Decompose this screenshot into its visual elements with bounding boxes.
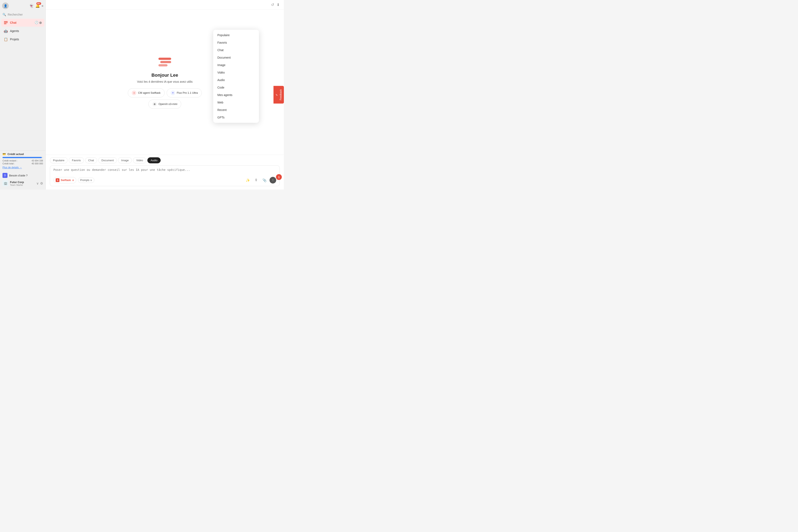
ai-btn-openai[interactable]: ⊕ OpenAI o3-mini [148,99,181,109]
openai-icon: ⊕ [152,102,157,107]
dropdown-item-vidéo[interactable]: Vidéo [213,69,259,76]
ai-btn-flux[interactable]: ✦ Flux Pro 1.1 Ultra [167,88,202,97]
chat-area: Bonjour Lee Voici les 4 dernières IA que… [46,10,284,155]
openai-label: OpenAI o3-mini [158,102,177,106]
credit-label: Crédit actuel [7,153,24,156]
dropdown-item-chat[interactable]: Chat [213,46,259,54]
tab-document[interactable]: Document [98,157,117,163]
model-label: Swiftask [61,179,71,182]
company-row[interactable]: 🏢 Futur Corp Team Starter ∨ ⚙ [2,179,43,187]
dropdown-item-mes-agents[interactable]: Mes agents [213,91,259,99]
history-icon[interactable]: 🕐 [35,21,38,25]
credit-total-value: 45 000 000 [32,162,43,165]
mic-button[interactable]: 🎙 [253,177,260,184]
credit-title: 💳 Crédit actuel [2,153,43,156]
logo-icon [157,56,172,69]
avatar[interactable]: 👤 [2,2,9,9]
send-button[interactable]: ↑ [269,177,276,184]
credit-bar-bg [2,157,43,158]
dropdown-item-recent[interactable]: Recent [213,106,259,114]
help-label: Besoin d'aide ? [9,174,27,177]
company-icon: 🏢 [2,180,8,186]
refresh-icon[interactable]: ↺ [271,2,274,7]
topbar: ↺ ⬇ [46,0,284,10]
credit-link[interactable]: Plus de details → [2,166,22,169]
notification-badge: 99+ [36,2,41,5]
svg-rect-0 [4,21,8,22]
feedback-button[interactable]: ✎ Feedback [273,86,284,104]
company-actions: ∨ ⚙ [36,182,43,185]
add-chat-icon[interactable]: ⊕ [39,21,42,25]
company-info: Futur Corp Team Starter [10,180,35,186]
sidebar-nav: Chat 🕐 ⊕ 🤖 Agents 📋 Projets [0,17,45,44]
credit-total-label: Crédit total : [2,162,15,165]
flux-icon: ✦ [171,91,175,95]
ai-btn-cm-agent[interactable]: ≡ CM agent Swiftask [128,88,164,97]
download-icon[interactable]: ⬇ [277,2,280,7]
tab-video[interactable]: Vidéo [133,157,146,163]
cm-agent-icon: ≡ [132,91,136,95]
ai-row-1: ≡ CM agent Swiftask ✦ Flux Pro 1.1 Ultra [128,88,202,97]
credit-remaining-row: Crédit restant : 43 694 338 [2,159,43,162]
agents-label: Agents [10,29,19,33]
ai-buttons: ≡ CM agent Swiftask ✦ Flux Pro 1.1 Ultra… [128,88,202,109]
dropdown-item-web[interactable]: Web [213,99,259,106]
tab-bar: PopulaireFavorisChatDocumentImageVidéoAu… [50,157,280,163]
chat-item-actions: 🕐 ⊕ [35,21,42,25]
model-selector-button[interactable]: S Swiftask ∧ [53,177,76,183]
dropdown-item-audio[interactable]: Audio [213,76,259,84]
input-box: S Swiftask ∧ Prompts ∨ ✨ 🎙 📎 ↑ [50,166,280,186]
prompts-label: Prompts [80,179,90,182]
chat-input[interactable] [53,168,276,175]
settings-icon[interactable]: ⚙ [40,182,43,185]
feedback-icon: ✎ [275,93,278,96]
tab-audio[interactable]: Audio [147,157,160,163]
tab-favoris[interactable]: Favoris [69,157,84,163]
dropdown-item-image[interactable]: Image [213,61,259,69]
tab-populaire[interactable]: Populaire [50,157,68,163]
greeting-text: Bonjour Lee [152,73,178,78]
credit-total-row: Crédit total : 45 000 000 [2,162,43,165]
help-section[interactable]: D Besoin d'aide ? [2,172,43,179]
sidebar-item-projets[interactable]: 📋 Projets [1,35,44,43]
projets-icon: 📋 [4,37,8,41]
sidebar-header-icons: 👻 🔔 99+ « [29,3,43,8]
discord-icon: D [2,173,7,178]
company-name: Futur Corp [10,180,35,184]
main-content: ↺ ⬇ Bonjour Lee Voici les 4 dernières IA… [46,0,284,190]
credit-section: 💳 Crédit actuel Crédit restant : 43 694 … [2,153,43,169]
dropdown-item-favoris[interactable]: Favoris [213,39,259,46]
bell-icon-wrap: 🔔 99+ [35,3,40,8]
sidebar-search[interactable]: 🔍 Rechercher [0,12,45,17]
credit-remaining-value: 43 694 338 [32,159,43,162]
chevron-down-icon[interactable]: ∨ [36,182,39,185]
cm-agent-label: CM agent Swiftask [138,91,160,94]
ai-row-2: ⊕ OpenAI o3-mini [148,99,181,109]
dropdown-item-code[interactable]: Code [213,84,259,91]
attachment-button[interactable]: 📎 [261,177,268,184]
tab-chat[interactable]: Chat [85,157,97,163]
feedback-area: ✎ Feedback [273,86,284,104]
tab-image[interactable]: Image [118,157,132,163]
sidebar-footer: 💳 Crédit actuel Crédit restant : 43 694 … [0,150,45,190]
svg-rect-1 [4,22,8,23]
company-plan: Team Starter [10,184,35,186]
sidebar-item-agents[interactable]: 🤖 Agents [1,27,44,35]
ghost-icon[interactable]: 👻 [29,3,34,8]
dropdown-item-gpts[interactable]: GPTs [213,114,259,121]
dropdown-item-populaire[interactable]: Populaire [213,31,259,39]
input-right-actions: ✨ 🎙 📎 ↑ [245,177,276,184]
dropdown-item-document[interactable]: Document [213,54,259,61]
svg-rect-4 [160,61,171,63]
prompts-chevron-icon: ∨ [90,179,92,182]
prompts-button[interactable]: Prompts ∨ [78,177,95,183]
sidebar: 👤 👻 🔔 99+ « 🔍 Rechercher Chat 🕐 ⊕ [0,0,46,190]
credit-card-icon: 💳 [2,153,6,156]
wand-button[interactable]: ✨ [245,177,251,184]
subtitle-text: Voici les 4 dernières IA que vous avez u… [137,80,193,83]
credit-bar-fill [2,157,42,158]
dropdown-menu: PopulaireFavorisChatDocumentImageVidéoAu… [213,30,259,123]
input-actions: S Swiftask ∧ Prompts ∨ ✨ 🎙 📎 ↑ [53,177,276,184]
collapse-icon[interactable]: « [42,4,43,8]
sidebar-item-chat[interactable]: Chat 🕐 ⊕ [1,19,44,26]
